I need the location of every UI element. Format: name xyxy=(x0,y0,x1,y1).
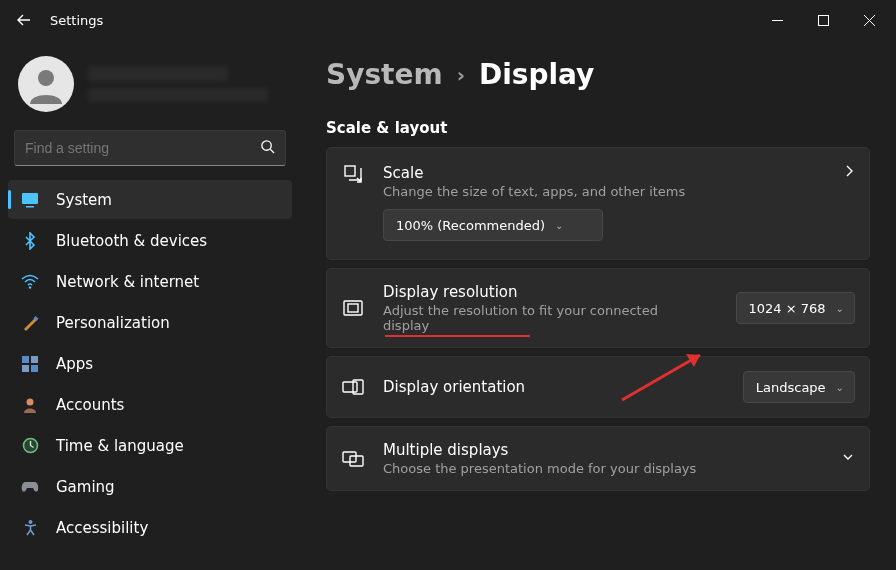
close-button[interactable] xyxy=(846,4,892,36)
svg-rect-21 xyxy=(343,382,357,392)
svg-line-6 xyxy=(270,149,274,153)
nav-item-accessibility[interactable]: Accessibility xyxy=(8,508,292,547)
svg-rect-18 xyxy=(345,166,355,176)
chevron-down-icon xyxy=(841,450,855,467)
scale-icon xyxy=(341,164,365,184)
profile-email-redacted xyxy=(88,88,268,102)
search-icon xyxy=(260,139,275,157)
svg-point-15 xyxy=(27,398,34,405)
nav-item-accounts[interactable]: Accounts xyxy=(8,385,292,424)
content-area: System › Display Scale & layout Scale Ch… xyxy=(300,40,896,570)
multiple-title: Multiple displays xyxy=(383,441,823,459)
nav-item-bluetooth[interactable]: Bluetooth & devices xyxy=(8,221,292,260)
svg-rect-11 xyxy=(22,356,29,363)
orientation-icon xyxy=(341,379,365,395)
scale-subtitle: Change the size of text, apps, and other… xyxy=(383,184,723,199)
resolution-icon xyxy=(341,300,365,316)
chevron-down-icon: ⌄ xyxy=(836,382,844,393)
annotation-underline xyxy=(385,335,530,337)
nav-label: Accounts xyxy=(56,396,124,414)
svg-rect-12 xyxy=(31,356,38,363)
section-title: Scale & layout xyxy=(326,119,870,137)
multiple-displays-icon xyxy=(341,451,365,467)
search-input[interactable] xyxy=(25,140,260,156)
nav-label: Personalization xyxy=(56,314,170,332)
svg-rect-13 xyxy=(22,365,29,372)
scale-title: Scale xyxy=(383,164,825,182)
nav-label: Network & internet xyxy=(56,273,199,291)
nav-list: System Bluetooth & devices Network & int… xyxy=(0,180,300,549)
nav-item-system[interactable]: System xyxy=(8,180,292,219)
nav-label: Accessibility xyxy=(56,519,148,537)
svg-rect-20 xyxy=(348,304,358,312)
nav-label: System xyxy=(56,191,112,209)
breadcrumb-parent[interactable]: System xyxy=(326,58,443,91)
sidebar: System Bluetooth & devices Network & int… xyxy=(0,40,300,570)
profile-text xyxy=(88,66,282,102)
svg-rect-19 xyxy=(344,301,362,315)
titlebar: Settings xyxy=(0,0,896,40)
chevron-right-icon xyxy=(843,164,855,180)
svg-rect-7 xyxy=(22,193,38,204)
clock-icon xyxy=(20,436,40,456)
scale-dropdown[interactable]: 100% (Recommended) ⌄ xyxy=(383,209,603,241)
chevron-down-icon: ⌄ xyxy=(836,303,844,314)
resolution-title: Display resolution xyxy=(383,283,518,301)
resolution-subtitle: Adjust the resolution to fit your connec… xyxy=(383,303,683,333)
orientation-dropdown[interactable]: Landscape ⌄ xyxy=(743,371,855,403)
svg-point-5 xyxy=(262,141,271,150)
svg-rect-8 xyxy=(26,206,34,208)
nav-item-gaming[interactable]: Gaming xyxy=(8,467,292,506)
wifi-icon xyxy=(20,272,40,292)
profile-name-redacted xyxy=(88,66,228,82)
svg-point-17 xyxy=(28,520,32,524)
back-button[interactable] xyxy=(8,4,40,36)
chevron-down-icon: ⌄ xyxy=(555,220,563,231)
orientation-card: Display orientation Landscape ⌄ xyxy=(326,356,870,418)
window-title: Settings xyxy=(50,13,103,28)
maximize-button[interactable] xyxy=(800,4,846,36)
nav-item-personalization[interactable]: Personalization xyxy=(8,303,292,342)
svg-rect-1 xyxy=(818,15,828,25)
apps-icon xyxy=(20,354,40,374)
nav-label: Apps xyxy=(56,355,93,373)
brush-icon xyxy=(20,313,40,333)
scale-card[interactable]: Scale Change the size of text, apps, and… xyxy=(326,147,870,260)
orientation-title: Display orientation xyxy=(383,378,725,396)
nav-item-time[interactable]: Time & language xyxy=(8,426,292,465)
profile-block[interactable] xyxy=(0,44,300,130)
accessibility-icon xyxy=(20,518,40,538)
breadcrumb-current: Display xyxy=(479,58,594,91)
gamepad-icon xyxy=(20,477,40,497)
bluetooth-icon xyxy=(20,231,40,251)
orientation-value: Landscape xyxy=(756,380,826,395)
svg-point-9 xyxy=(29,286,31,288)
nav-label: Gaming xyxy=(56,478,115,496)
svg-point-4 xyxy=(38,70,54,86)
avatar xyxy=(18,56,74,112)
monitor-icon xyxy=(20,190,40,210)
nav-item-apps[interactable]: Apps xyxy=(8,344,292,383)
breadcrumb: System › Display xyxy=(326,58,870,91)
nav-item-network[interactable]: Network & internet xyxy=(8,262,292,301)
svg-rect-14 xyxy=(31,365,38,372)
multiple-displays-card[interactable]: Multiple displays Choose the presentatio… xyxy=(326,426,870,491)
nav-label: Time & language xyxy=(56,437,184,455)
resolution-dropdown[interactable]: 1024 × 768 ⌄ xyxy=(736,292,855,324)
minimize-button[interactable] xyxy=(754,4,800,36)
multiple-subtitle: Choose the presentation mode for your di… xyxy=(383,461,783,476)
search-box[interactable] xyxy=(14,130,286,166)
resolution-value: 1024 × 768 xyxy=(749,301,826,316)
scale-value: 100% (Recommended) xyxy=(396,218,545,233)
nav-label: Bluetooth & devices xyxy=(56,232,207,250)
chevron-right-icon: › xyxy=(457,63,465,87)
user-icon xyxy=(20,395,40,415)
